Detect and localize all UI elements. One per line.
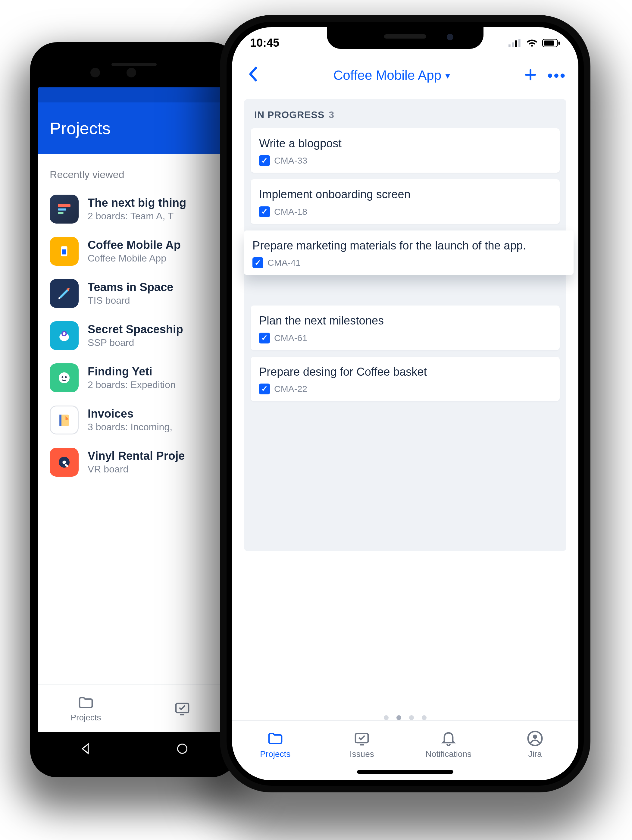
- project-avatar-icon: [50, 321, 79, 350]
- drop-gap: [251, 281, 560, 306]
- status-time: 10:45: [250, 36, 279, 49]
- add-button[interactable]: [523, 65, 537, 85]
- project-title: Teams in Space: [88, 281, 173, 294]
- project-row[interactable]: The next big thing 2 boards: Team A, T: [47, 188, 221, 230]
- tab-jira[interactable]: Jira: [492, 721, 579, 768]
- android-phone-frame: Projects Recently viewed The next big th…: [30, 42, 238, 777]
- tab-projects[interactable]: Projects: [232, 721, 319, 768]
- project-row[interactable]: Teams in Space TIS board: [47, 272, 221, 314]
- task-type-icon: ✓: [259, 384, 270, 395]
- android-screen: Projects Recently viewed The next big th…: [38, 87, 230, 732]
- section-label: Recently viewed: [50, 169, 221, 180]
- tab-label: Projects: [260, 749, 290, 759]
- board-area[interactable]: IN PROGRESS 3 Write a blogpost ✓ CMA-33 …: [232, 92, 578, 551]
- project-avatar-icon: [50, 195, 79, 224]
- tab-projects[interactable]: Projects: [38, 685, 134, 732]
- svg-rect-21: [509, 44, 511, 47]
- chevron-left-icon: [247, 66, 258, 82]
- project-avatar-icon: [50, 279, 79, 308]
- speaker-slot: [112, 63, 157, 66]
- android-header: Projects: [38, 103, 230, 154]
- profile-icon: [526, 730, 544, 747]
- projects-list[interactable]: Recently viewed The next big thing 2 boa…: [38, 154, 230, 684]
- project-row[interactable]: Coffee Mobile Ap Coffee Mobile App: [47, 230, 221, 272]
- cellular-icon: [509, 39, 522, 47]
- card-key: CMA-33: [274, 155, 307, 166]
- home-indicator[interactable]: [357, 770, 453, 774]
- project-title: Invoices: [88, 407, 172, 420]
- project-avatar-icon: [50, 363, 79, 392]
- battery-icon: [542, 39, 560, 47]
- home-key-icon[interactable]: [175, 742, 189, 756]
- svg-rect-26: [544, 40, 554, 46]
- issue-card[interactable]: Plan the next milestones ✓ CMA-61: [251, 306, 560, 350]
- more-button[interactable]: •••: [548, 67, 566, 84]
- svg-rect-22: [512, 42, 514, 47]
- android-tab-bar: Projects: [38, 684, 230, 732]
- svg-point-13: [65, 376, 67, 378]
- android-nav-keys: [38, 734, 230, 764]
- tab-label: Jira: [528, 749, 542, 759]
- project-title: Vinyl Rental Proje: [88, 450, 184, 463]
- project-row[interactable]: Invoices 3 boards: Incoming,: [47, 399, 221, 441]
- svg-rect-15: [59, 415, 61, 426]
- pager-dot[interactable]: [384, 715, 389, 720]
- project-subtitle: 2 boards: Team A, T: [88, 211, 186, 222]
- svg-rect-27: [558, 41, 560, 44]
- column-name: IN PROGRESS: [254, 109, 325, 120]
- tab-notifications[interactable]: Notifications: [405, 721, 492, 768]
- pager-dot[interactable]: [396, 715, 401, 720]
- project-title: The next big thing: [88, 196, 186, 209]
- svg-point-17: [62, 460, 66, 464]
- tab-label: Notifications: [426, 749, 471, 759]
- column-count: 3: [329, 109, 334, 120]
- front-camera-icon: [126, 68, 136, 77]
- front-camera-icon: [90, 68, 100, 77]
- issue-card[interactable]: Write a blogpost ✓ CMA-33: [251, 128, 560, 173]
- back-button[interactable]: [244, 64, 262, 87]
- board-title: Coffee Mobile App: [334, 68, 441, 83]
- tab-issues[interactable]: [134, 685, 230, 732]
- svg-rect-24: [519, 39, 520, 47]
- caret-down-icon: ▼: [444, 71, 452, 81]
- task-type-icon: ✓: [259, 206, 270, 217]
- project-subtitle: Coffee Mobile App: [88, 253, 181, 264]
- back-key-icon[interactable]: [79, 742, 93, 756]
- card-key: CMA-41: [268, 257, 301, 268]
- card-key: CMA-61: [274, 333, 307, 343]
- plus-icon: [523, 68, 537, 82]
- issue-card[interactable]: Prepare desing for Coffee basket ✓ CMA-2…: [251, 357, 560, 401]
- svg-point-12: [61, 376, 63, 378]
- project-avatar-icon: [50, 406, 79, 434]
- issues-icon: [353, 730, 370, 747]
- svg-rect-0: [58, 204, 71, 207]
- pager-dot[interactable]: [422, 715, 427, 720]
- board-title-dropdown[interactable]: Coffee Mobile App ▼: [262, 68, 523, 83]
- card-title: Implement onboarding screen: [259, 187, 551, 202]
- task-type-icon: ✓: [252, 257, 263, 268]
- issue-card[interactable]: Implement onboarding screen ✓ CMA-18: [251, 179, 560, 224]
- project-row[interactable]: Secret Spaceship SSP board: [47, 314, 221, 357]
- bell-icon: [440, 730, 457, 747]
- tab-label: Projects: [71, 713, 101, 723]
- project-row[interactable]: Vinyl Rental Proje VR board: [47, 441, 221, 483]
- notch: [327, 27, 484, 49]
- svg-rect-4: [62, 249, 66, 254]
- svg-point-30: [533, 734, 537, 739]
- svg-point-20: [178, 744, 187, 753]
- svg-point-10: [63, 332, 66, 335]
- project-avatar-icon: [50, 237, 79, 266]
- pager-dot[interactable]: [409, 715, 414, 720]
- svg-rect-23: [515, 40, 517, 47]
- svg-rect-1: [58, 208, 66, 211]
- page-indicator: [232, 715, 578, 720]
- card-title: Prepare marketing materials for the laun…: [252, 238, 565, 253]
- project-avatar-icon: [50, 448, 79, 477]
- tab-issues[interactable]: Issues: [319, 721, 405, 768]
- issue-card-dragging[interactable]: Prepare marketing materials for the laun…: [244, 231, 574, 275]
- card-title: Write a blogpost: [259, 136, 551, 151]
- tab-label: Issues: [350, 749, 374, 759]
- project-subtitle: SSP board: [88, 337, 183, 348]
- project-title: Secret Spaceship: [88, 323, 183, 336]
- project-row[interactable]: Finding Yeti 2 boards: Expedition: [47, 357, 221, 399]
